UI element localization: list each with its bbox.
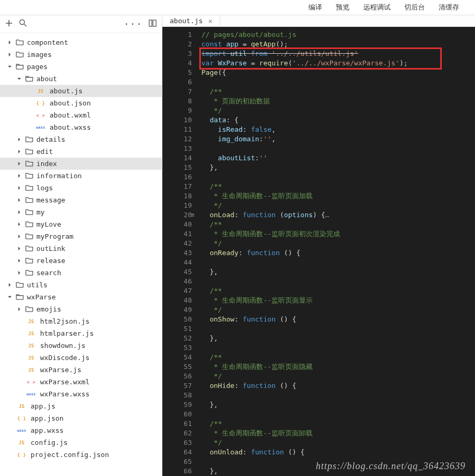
tree-item-label: emojis: [36, 305, 61, 313]
menu-clear-cache[interactable]: 清缓存: [439, 3, 459, 12]
caret-icon[interactable]: [6, 40, 13, 45]
line-gutter: 1234567891011121314151617181920404142434…: [162, 27, 199, 476]
tree-item-label: app.js: [31, 402, 55, 410]
code-content[interactable]: // pages/about/about.jsconst app = getAp…: [199, 27, 475, 476]
menu-background[interactable]: 切后台: [404, 3, 425, 12]
tab-about-js[interactable]: about.js ×: [162, 15, 220, 26]
caret-icon[interactable]: [6, 295, 13, 299]
file-wxParse.wxss[interactable]: wxParse.wxss: [0, 388, 162, 400]
folder-wxParse[interactable]: wxParse: [0, 291, 162, 303]
folder-edit[interactable]: edit: [0, 145, 162, 158]
menu-compile[interactable]: 编译: [308, 3, 322, 12]
file-project.config.json[interactable]: project.config.json: [0, 449, 162, 461]
folder-utils[interactable]: utils: [0, 279, 162, 291]
file-htmlparser.js[interactable]: JShtmlparser.js: [0, 327, 162, 339]
tree-item-label: myProgram: [36, 232, 73, 240]
folder-index[interactable]: index: [0, 158, 162, 170]
folder-message[interactable]: message: [0, 194, 162, 206]
tree-item-label: outLink: [36, 245, 65, 252]
menu-remote-debug[interactable]: 远程调试: [363, 3, 391, 12]
caret-icon[interactable]: [6, 64, 13, 69]
collapse-panel-icon[interactable]: [149, 19, 157, 29]
file-about.wxml[interactable]: about.wxml: [0, 109, 162, 121]
tree-item-label: wxParse.js: [40, 366, 81, 374]
caret-icon[interactable]: [16, 258, 22, 263]
folder-myLove[interactable]: myLove: [0, 218, 162, 230]
tree-item-label: wxParse: [27, 293, 56, 301]
folder-icon: [25, 245, 33, 253]
caret-icon[interactable]: [16, 149, 22, 154]
file-html2json.js[interactable]: JShtml2json.js: [0, 315, 162, 327]
tree-item-label: images: [27, 51, 52, 59]
folder-my[interactable]: my: [0, 206, 162, 218]
folder-compontent[interactable]: compontent: [0, 36, 162, 48]
file-app.json[interactable]: app.json: [0, 412, 162, 424]
caret-icon[interactable]: [16, 76, 22, 81]
file-about.json[interactable]: about.json: [0, 97, 162, 109]
folder-pages[interactable]: pages: [0, 61, 162, 73]
js-file-icon: JS: [25, 343, 37, 348]
folder-about[interactable]: about: [0, 73, 162, 85]
file-app.wxss[interactable]: app.wxss: [0, 424, 162, 436]
tree-item-label: pages: [27, 63, 47, 71]
caret-icon[interactable]: [16, 137, 22, 142]
js-file-icon: JS: [25, 319, 37, 324]
folder-release[interactable]: release: [0, 255, 162, 267]
caret-icon[interactable]: [16, 246, 22, 251]
folder-myProgram[interactable]: myProgram: [0, 230, 162, 242]
file-about.js[interactable]: JSabout.js: [0, 85, 162, 97]
file-about.wxss[interactable]: about.wxss: [0, 121, 162, 133]
file-wxDiscode.js[interactable]: JSwxDiscode.js: [0, 352, 162, 364]
explorer-toolbar: ···: [0, 15, 162, 33]
file-config.js[interactable]: JSconfig.js: [0, 436, 162, 449]
caret-icon[interactable]: [16, 234, 22, 239]
tree-item-label: information: [36, 172, 82, 180]
caret-icon[interactable]: [16, 173, 22, 178]
menu-preview[interactable]: 预览: [336, 3, 350, 12]
wxss-file-icon: [16, 429, 27, 433]
folder-search[interactable]: search: [0, 267, 162, 279]
folder-icon: [25, 75, 33, 83]
folder-images[interactable]: images: [0, 48, 162, 61]
folder-information[interactable]: information: [0, 170, 162, 182]
tree-item-label: wxParse.wxml: [40, 378, 90, 386]
caret-icon[interactable]: [16, 307, 22, 312]
caret-icon[interactable]: [16, 222, 22, 227]
tree-item-label: myLove: [36, 220, 61, 228]
file-wxParse.wxml[interactable]: wxParse.wxml: [0, 376, 162, 388]
caret-icon[interactable]: [16, 198, 22, 202]
search-icon[interactable]: [19, 19, 27, 29]
tree-item-label: my: [36, 208, 45, 216]
file-explorer: ··· compontentimagespagesaboutJSabout.js…: [0, 15, 162, 476]
tree-item-label: app.wxss: [31, 426, 64, 434]
folder-emojis[interactable]: emojis: [0, 303, 162, 315]
file-app.js[interactable]: JSapp.js: [0, 400, 162, 412]
close-icon[interactable]: ×: [208, 17, 212, 25]
fold-icon[interactable]: ⊞: [191, 210, 195, 220]
tree-item-label: htmlparser.js: [40, 329, 94, 337]
tree-item-label: details: [36, 135, 65, 143]
folder-icon: [25, 148, 33, 156]
file-wxParse.js[interactable]: JSwxParse.js: [0, 364, 162, 376]
main-split: ··· compontentimagespagesaboutJSabout.js…: [0, 15, 475, 476]
file-showdown.js[interactable]: JSshowdown.js: [0, 339, 162, 352]
folder-outLink[interactable]: outLink: [0, 242, 162, 255]
wxss-file-icon: [25, 392, 37, 396]
more-icon[interactable]: ···: [123, 18, 142, 30]
tab-label: about.js: [170, 17, 203, 25]
new-file-icon[interactable]: [5, 19, 13, 29]
caret-icon[interactable]: [6, 283, 13, 287]
caret-icon[interactable]: [16, 161, 22, 166]
code-area[interactable]: 1234567891011121314151617181920404142434…: [162, 27, 475, 476]
file-tree[interactable]: compontentimagespagesaboutJSabout.jsabou…: [0, 33, 162, 476]
tree-item-label: search: [36, 269, 61, 277]
folder-details[interactable]: details: [0, 133, 162, 145]
caret-icon[interactable]: [6, 52, 13, 57]
caret-icon[interactable]: [16, 186, 22, 190]
caret-icon[interactable]: [16, 270, 22, 275]
json-file-icon: [16, 452, 27, 458]
caret-icon[interactable]: [16, 210, 22, 215]
tree-item-label: utils: [27, 281, 47, 289]
folder-icon: [25, 305, 33, 314]
folder-logs[interactable]: logs: [0, 182, 162, 194]
